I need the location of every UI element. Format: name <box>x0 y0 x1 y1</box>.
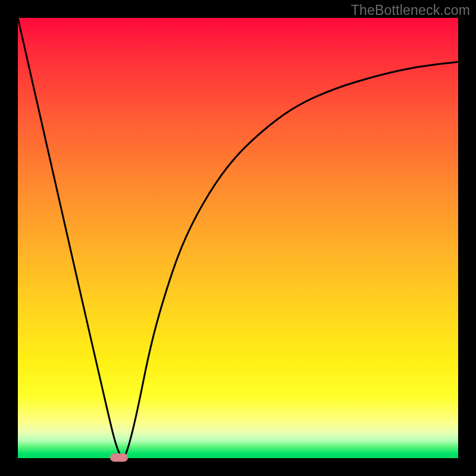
chart-frame: TheBottleneck.com <box>0 0 476 476</box>
watermark-text: TheBottleneck.com <box>351 2 470 18</box>
plot-area <box>18 18 458 458</box>
bottleneck-curve <box>18 18 458 458</box>
minimum-marker <box>110 453 128 462</box>
